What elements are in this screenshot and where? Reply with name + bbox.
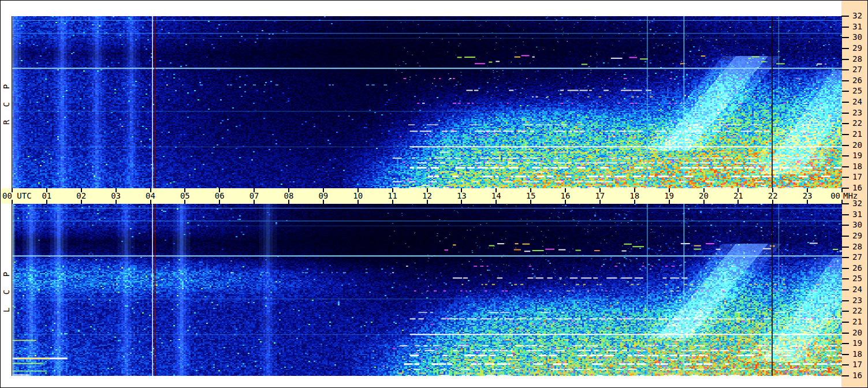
time-tick-bottom	[116, 200, 117, 204]
time-tick-bottom	[323, 200, 324, 204]
time-tick-bottom	[254, 200, 255, 204]
freq-label: 24	[852, 97, 862, 106]
freq-label: 23	[852, 296, 862, 305]
time-axis: 00 UTC0102030405060708091011121314151617…	[1, 188, 841, 204]
time-label: 05	[180, 191, 190, 200]
time-tick-bottom	[357, 200, 359, 204]
time-tick-bottom	[46, 200, 47, 204]
time-label: 06	[215, 191, 225, 200]
time-tick-bottom	[669, 200, 670, 204]
time-label: 04	[146, 191, 155, 200]
time-label: 12	[422, 191, 432, 200]
freq-label: 21	[852, 317, 862, 326]
time-label: 19	[664, 191, 674, 200]
time-tick-bottom	[737, 200, 739, 204]
time-label: 23	[803, 191, 813, 200]
freq-tick	[841, 166, 849, 167]
freq-tick	[841, 59, 849, 60]
time-tick-bottom	[841, 200, 843, 204]
time-tick-bottom	[772, 200, 773, 204]
freq-label: 30	[852, 220, 862, 229]
time-label: 21	[733, 191, 743, 200]
freq-label: 23	[852, 108, 862, 117]
time-tick-bottom	[12, 200, 13, 204]
freq-label: 22	[852, 118, 862, 128]
freq-label: 31	[852, 210, 862, 219]
title-bar: AJ4CO Observatory 24 Oct 2021 - DPS on T…	[1, 1, 841, 16]
time-tick-bottom	[288, 200, 289, 204]
time-label: 00 UTC	[2, 191, 32, 200]
freq-tick	[841, 16, 849, 17]
freq-tick	[841, 113, 849, 114]
freq-tick	[841, 289, 849, 290]
freq-tick	[841, 343, 849, 344]
panel-label-lcp: L C P	[1, 204, 11, 376]
time-label: 00	[830, 191, 840, 200]
freq-tick	[841, 236, 849, 237]
freq-label: 18	[852, 162, 862, 171]
time-label: 03	[111, 191, 121, 200]
time-tick-bottom	[634, 200, 635, 204]
freq-label: 17	[852, 172, 862, 181]
freq-tick	[841, 134, 849, 135]
freq-label: 26	[852, 76, 862, 85]
freq-tick	[841, 375, 849, 376]
time-tick-bottom	[461, 200, 462, 204]
freq-label: 25	[852, 274, 862, 283]
freq-tick	[841, 311, 849, 312]
freq-label: 31	[852, 22, 862, 31]
freq-label: 19	[852, 338, 862, 348]
spectrogram-lcp	[12, 204, 842, 376]
freq-label: 28	[852, 242, 862, 251]
freq-tick	[841, 364, 849, 365]
freq-tick	[841, 214, 849, 215]
freq-tick	[841, 247, 849, 248]
time-tick-bottom	[703, 200, 705, 204]
freq-label: 29	[852, 43, 862, 53]
time-label: 01	[42, 191, 51, 200]
spectrogram-rcp	[12, 16, 842, 188]
time-tick-bottom	[530, 200, 531, 204]
time-label: 13	[457, 191, 467, 200]
time-tick-bottom	[184, 200, 185, 204]
freq-label: 27	[852, 65, 862, 74]
freq-tick	[841, 333, 849, 334]
freq-label: 18	[852, 349, 862, 359]
time-label: 14	[491, 191, 501, 200]
time-tick-bottom	[599, 200, 601, 204]
freq-tick	[841, 155, 849, 156]
freq-tick	[841, 257, 849, 258]
freq-tick	[841, 48, 849, 49]
time-label: 11	[388, 191, 397, 200]
freq-tick	[841, 91, 849, 92]
time-tick-bottom	[496, 200, 497, 204]
freq-tick	[841, 300, 849, 301]
freq-label: 25	[852, 86, 862, 95]
time-label: 17	[595, 191, 605, 200]
freq-label: 22	[852, 306, 862, 315]
freq-tick	[841, 37, 849, 38]
freq-tick	[841, 102, 849, 103]
freq-label: 24	[852, 285, 862, 294]
freq-tick	[841, 268, 849, 269]
freq-tick	[841, 278, 849, 279]
freq-label: 20	[852, 140, 862, 150]
freq-label: 29	[852, 231, 862, 240]
freq-tick	[841, 80, 849, 81]
freq-tick	[841, 225, 849, 226]
freq-label: 32	[852, 11, 862, 20]
freq-label: 21	[852, 129, 862, 139]
freq-tick	[841, 145, 849, 146]
freq-tick	[841, 27, 849, 28]
freq-label: 16	[852, 371, 862, 380]
time-label: 16	[561, 191, 571, 200]
freq-label: 26	[852, 263, 862, 273]
freq-tick	[841, 123, 849, 124]
time-label: 02	[76, 191, 86, 200]
spectrogram-page: AJ4CO Observatory 24 Oct 2021 - DPS on T…	[0, 0, 868, 388]
time-label: 09	[318, 191, 328, 200]
freq-label: 20	[852, 328, 862, 337]
time-tick-top	[841, 188, 843, 192]
time-tick-bottom	[807, 200, 808, 204]
freq-tick	[841, 69, 849, 70]
